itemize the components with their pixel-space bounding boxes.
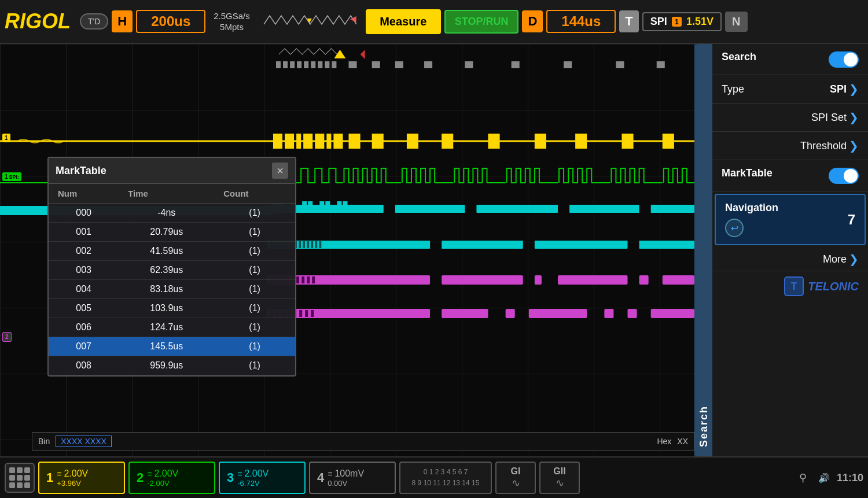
svg-rect-26 (333, 134, 343, 149)
marktable-cell-num-2: 002 (49, 242, 119, 261)
search-row: Search (722, 51, 859, 68)
svg-rect-76 (315, 241, 317, 248)
ch1-box[interactable]: 1 ≡ 2.00V +3.96V (38, 462, 125, 494)
marktable-row-6[interactable]: 006124.7us(1) (49, 318, 295, 337)
td-button[interactable]: T'D (80, 13, 108, 29)
marktable-cell-time-5: 103.9us (119, 299, 214, 318)
telonic-logo: T TELONIC (712, 271, 868, 301)
search-vertical-label: Search (696, 44, 712, 456)
scope-display[interactable]: 1 1 SPI: 2 MarkTable × (0, 44, 694, 456)
marktable-row-0[interactable]: 000-4ns(1) (49, 204, 295, 223)
n-button[interactable]: N (725, 12, 747, 32)
marktable-row-3[interactable]: 00362.39us(1) (49, 261, 295, 280)
svg-rect-2 (276, 61, 281, 68)
svg-rect-77 (319, 241, 321, 248)
volume-icon: 🔊 (818, 473, 830, 484)
marktable-cell-time-1: 20.79us (119, 223, 214, 242)
svg-rect-92 (535, 275, 542, 285)
spi-set-label: SPI Set (811, 112, 847, 124)
ch2-box[interactable]: 2 ≡ 2.00V -2.00V (128, 462, 215, 494)
svg-rect-31 (488, 134, 500, 149)
marktable-toggle[interactable] (829, 168, 859, 184)
ch2-volt-row: ≡ 2.00V (147, 469, 178, 479)
marktable-cell-count-6: (1) (214, 318, 295, 337)
main-content: 1 1 SPI: 2 MarkTable × (0, 44, 868, 456)
ch3-box[interactable]: 3 ≡ 2.00V -6.72V (219, 462, 306, 494)
gii-box[interactable]: GII ∿ (539, 462, 580, 494)
svg-rect-17 (564, 61, 572, 68)
marktable-cell-count-5: (1) (214, 299, 295, 318)
channel-badge: 1 (672, 17, 682, 27)
grid-dot (24, 475, 30, 481)
svg-rect-93 (558, 275, 628, 285)
marktable-cell-num-3: 003 (49, 261, 119, 280)
svg-rect-21 (285, 134, 294, 149)
d-button[interactable]: D (522, 10, 543, 32)
more-row[interactable]: More ❯ (712, 248, 868, 271)
marktable-cell-count-2: (1) (214, 242, 295, 261)
ch3-dash: ≡ (237, 469, 242, 478)
marktable-row-5[interactable]: 005103.9us(1) (49, 299, 295, 318)
decode-bar: Bin XXXX XXXX Hex XX (32, 432, 694, 451)
type-value-row[interactable]: SPI ❯ (830, 82, 859, 96)
marktable-cell-num-4: 004 (49, 280, 119, 299)
ch3-number: 3 (227, 470, 234, 485)
svg-rect-35 (663, 134, 674, 149)
gi-box[interactable]: GI ∿ (495, 462, 536, 494)
svg-rect-60 (395, 205, 465, 213)
svg-text:T: T (791, 281, 797, 292)
bin-label: Bin (38, 437, 50, 446)
marktable-row-1[interactable]: 00120.79us(1) (49, 223, 295, 242)
h-button[interactable]: H (112, 10, 133, 32)
marktable-close-button[interactable]: × (272, 163, 288, 179)
logic-box[interactable]: 0 1 2 3 4 5 6 7 8 9 10 11 12 13 14 15 (399, 462, 492, 494)
ch2-volt: 2.00V (154, 469, 178, 479)
marktable-cell-time-3: 62.39us (119, 261, 214, 280)
ch3-offset: -6.72V (237, 479, 269, 488)
right-panel: Search Search Type SPI ❯ (694, 44, 868, 456)
svg-rect-72 (299, 241, 301, 248)
gii-label: GII (553, 466, 565, 477)
svg-rect-25 (326, 134, 331, 149)
d2-indicator: 2 (2, 332, 12, 342)
delay-time-display: 144us (546, 10, 616, 33)
navigation-section[interactable]: Navigation ↩ 7 (715, 194, 866, 245)
marktable-cell-time-2: 41.59us (119, 242, 214, 261)
navigation-content: Navigation ↩ (725, 202, 778, 237)
gi-label: GI (511, 466, 521, 477)
marktable-row-2[interactable]: 00241.59us(1) (49, 242, 295, 261)
marktable-row-8[interactable]: 008959.9us(1) (49, 356, 295, 375)
marktable-cell-count-7: (1) (214, 337, 295, 356)
marktable-row-7[interactable]: 007145.5us(1) (49, 337, 295, 356)
col-time: Time (119, 184, 214, 204)
t-button[interactable]: T (619, 10, 638, 32)
svg-rect-33 (575, 134, 587, 149)
stoprun-button[interactable]: STOP/RUN (444, 10, 519, 34)
marktable-cell-count-4: (1) (214, 280, 295, 299)
ch3-indicator (0, 207, 9, 211)
grid-dot (17, 482, 23, 488)
threshold-row[interactable]: Threshold ❯ (712, 132, 868, 160)
ch3-volt-row: ≡ 2.00V (237, 469, 269, 479)
ch4-number: 4 (317, 470, 324, 485)
ch2-offset: -2.00V (147, 479, 178, 488)
svg-rect-104 (311, 310, 314, 317)
spi-set-row[interactable]: SPI Set ❯ (712, 104, 868, 132)
svg-rect-27 (349, 134, 361, 149)
left-indicators: 1 1 SPI: 2 (0, 44, 32, 456)
type-arrow-icon: ❯ (849, 82, 859, 96)
marktable-row-4[interactable]: 00483.18us(1) (49, 280, 295, 299)
ch1-offset: +3.96V (57, 479, 88, 488)
more-label: More (823, 253, 847, 265)
grid-button[interactable] (5, 463, 35, 493)
svg-rect-80 (639, 241, 694, 249)
ch4-box[interactable]: 4 ≡ 100mV 0.00V (309, 462, 396, 494)
svg-rect-108 (604, 309, 613, 318)
ch1-number: 1 (46, 470, 53, 485)
grid-dot (24, 482, 30, 488)
navigation-icon[interactable]: ↩ (725, 219, 744, 237)
measure-button[interactable]: Measure (366, 9, 441, 34)
search-toggle[interactable] (829, 51, 859, 68)
svg-rect-11 (349, 61, 357, 68)
svg-rect-13 (395, 61, 403, 68)
